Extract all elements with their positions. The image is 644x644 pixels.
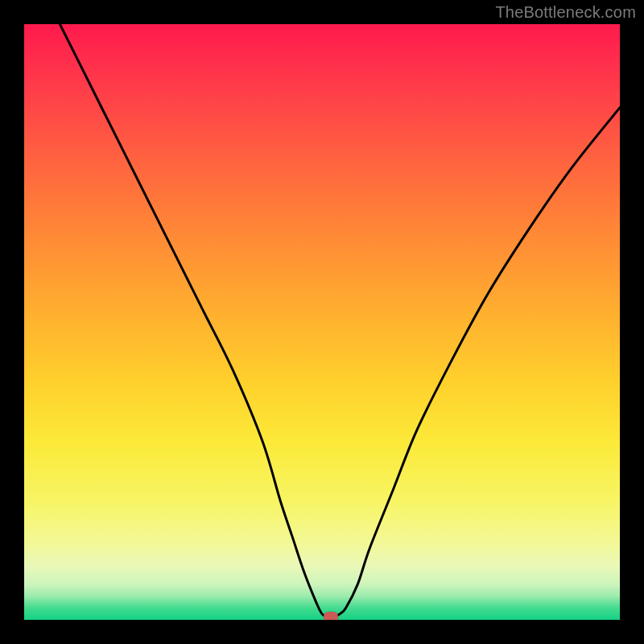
bottleneck-curve: [24, 24, 620, 620]
watermark-label: TheBottleneck.com: [495, 3, 636, 22]
plot-area: [24, 24, 620, 620]
chart-frame: TheBottleneck.com: [0, 0, 644, 644]
marker-dot: [324, 612, 338, 620]
